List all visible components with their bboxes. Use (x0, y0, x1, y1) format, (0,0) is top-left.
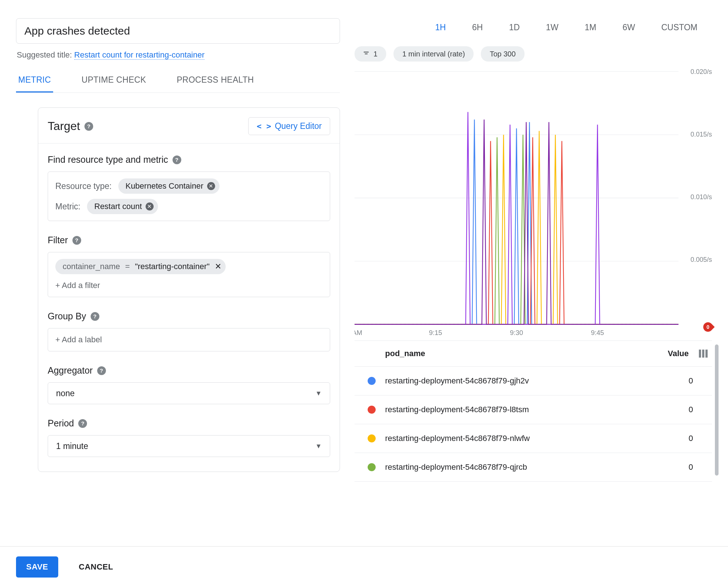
time-1m[interactable]: 1M (585, 23, 596, 32)
filter-label: Filter ? (48, 235, 330, 245)
interval-pill[interactable]: 1 min interval (rate) (393, 46, 474, 62)
legend-value: 0 (653, 376, 693, 386)
query-editor-label: Query Editor (275, 121, 322, 131)
period-label: Period ? (48, 418, 330, 429)
legend-table: pod_name Value restarting-deployment-54c… (355, 340, 712, 482)
metric-chip[interactable]: Restart count ✕ (87, 199, 158, 214)
time-range-tabs: 1H 6H 1D 1W 1M 6W CUSTOM (355, 23, 697, 32)
tab-process-health[interactable]: PROCESS HEALTH (174, 75, 256, 92)
help-icon[interactable]: ? (72, 236, 81, 245)
target-title-text: Target (48, 119, 80, 133)
aggregator-label: Aggregator ? (48, 365, 330, 376)
legend-header-name: pod_name (385, 349, 649, 358)
time-custom[interactable]: CUSTOM (661, 23, 697, 32)
editor-tabs: METRIC UPTIME CHECK PROCESS HEALTH (16, 75, 340, 93)
legend-header-value: Value (649, 349, 689, 358)
chart-pills: 1 1 min interval (rate) Top 300 (355, 46, 712, 62)
code-icon: < > (257, 122, 271, 131)
save-button[interactable]: SAVE (16, 556, 58, 578)
tab-metric[interactable]: METRIC (16, 75, 53, 92)
resource-metric-box: Resource type: Kubernetes Container ✕ Me… (48, 172, 330, 221)
add-label-button[interactable]: + Add a label (48, 328, 330, 351)
metric-label: Metric: (55, 202, 80, 212)
legend-name: restarting-deployment-54c8678f79-gjh2v (385, 376, 653, 386)
legend-row[interactable]: restarting-deployment-54c8678f79-qjrcb0 (355, 453, 712, 482)
help-icon[interactable]: ? (173, 155, 181, 164)
legend-row[interactable]: restarting-deployment-54c8678f79-nlwfw0 (355, 424, 712, 453)
svg-text:9 AM: 9 AM (355, 329, 362, 336)
suggested-prefix: Suggested title: (17, 50, 74, 59)
add-filter-button[interactable]: + Add a filter (55, 281, 323, 290)
filter-icon (363, 51, 370, 56)
help-icon[interactable]: ? (97, 366, 106, 375)
svg-text:9:45: 9:45 (591, 329, 604, 336)
alert-title-input[interactable] (16, 18, 340, 44)
group-by-label: Group By ? (48, 311, 330, 322)
time-1h[interactable]: 1H (435, 23, 446, 32)
find-metric-label: Find resource type and metric ? (48, 154, 330, 165)
filter-count-pill[interactable]: 1 (355, 46, 386, 62)
cancel-button[interactable]: CANCEL (76, 562, 115, 572)
chevron-down-icon: ▼ (315, 442, 322, 450)
period-select[interactable]: 1 minute ▼ (48, 435, 330, 457)
help-icon[interactable]: ? (91, 312, 99, 321)
aggregator-select[interactable]: none ▼ (48, 382, 330, 404)
filter-chip[interactable]: container_name = "restarting-container" … (55, 259, 226, 274)
chevron-down-icon: ▼ (315, 390, 322, 397)
target-title: Target ? (48, 119, 93, 133)
target-card: Target ? < > Query Editor Find resource … (38, 107, 340, 472)
color-swatch (368, 463, 376, 471)
legend-value: 0 (653, 405, 693, 414)
resource-type-label: Resource type: (55, 181, 112, 191)
legend-header: pod_name Value (355, 341, 712, 367)
remove-icon[interactable]: ✕ (207, 182, 215, 190)
top-pill[interactable]: Top 300 (481, 46, 524, 62)
help-icon[interactable]: ? (78, 419, 87, 428)
legend-value: 0 (653, 434, 693, 443)
svg-text:9:30: 9:30 (510, 329, 523, 336)
columns-icon[interactable] (699, 350, 708, 358)
time-6h[interactable]: 6H (472, 23, 483, 32)
suggested-title-link[interactable]: Restart count for restarting-container (74, 50, 205, 60)
footer: SAVE CANCEL (0, 546, 728, 587)
legend-name: restarting-deployment-54c8678f79-qjrcb (385, 462, 653, 472)
scrollbar[interactable] (715, 344, 719, 476)
resource-type-chip[interactable]: Kubernetes Container ✕ (118, 178, 219, 194)
legend-name: restarting-deployment-54c8678f79-l8tsm (385, 405, 653, 414)
legend-name: restarting-deployment-54c8678f79-nlwfw (385, 434, 653, 443)
color-swatch (368, 406, 376, 414)
tab-uptime-check[interactable]: UPTIME CHECK (79, 75, 148, 92)
time-1w[interactable]: 1W (546, 23, 559, 32)
chart[interactable]: 0.020/s 0.015/s 0.010/s 0.005/s 9 AM9:15… (355, 66, 712, 332)
help-icon[interactable]: ? (84, 122, 93, 131)
query-editor-button[interactable]: < > Query Editor (248, 117, 330, 135)
suggested-title: Suggested title: Restart count for resta… (17, 50, 340, 60)
color-swatch (368, 434, 376, 442)
color-swatch (368, 377, 376, 385)
remove-icon[interactable]: ✕ (146, 202, 154, 210)
legend-row[interactable]: restarting-deployment-54c8678f79-l8tsm0 (355, 395, 712, 424)
filter-box: container_name = "restarting-container" … (48, 252, 330, 297)
svg-text:9:15: 9:15 (429, 329, 442, 336)
legend-row[interactable]: restarting-deployment-54c8678f79-gjh2v0 (355, 367, 712, 395)
legend-value: 0 (653, 462, 693, 472)
time-6w[interactable]: 6W (622, 23, 635, 32)
time-1d[interactable]: 1D (509, 23, 519, 32)
remove-icon[interactable]: ✕ (215, 262, 221, 271)
